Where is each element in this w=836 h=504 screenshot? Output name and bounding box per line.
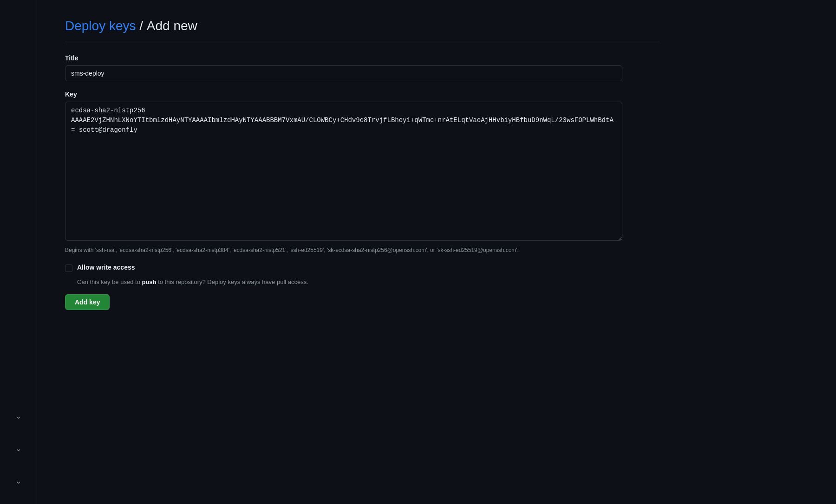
- key-hint: Begins with 'ssh-rsa', 'ecdsa-sha2-nistp…: [65, 246, 622, 254]
- header-divider: [65, 41, 660, 41]
- sidebar-chevron-3[interactable]: ⌄: [9, 472, 28, 490]
- title-rest: Add new: [147, 19, 197, 33]
- sidebar-chevron-1[interactable]: ⌄: [9, 407, 28, 425]
- sidebar: ⌄ ⌄ ⌄: [0, 0, 37, 504]
- sidebar-chevron-2[interactable]: ⌄: [9, 439, 28, 458]
- chevron-down-icon-1: ⌄: [15, 412, 21, 420]
- key-textarea[interactable]: <span class="spell-check-underline">ecds…: [65, 102, 622, 241]
- chevron-down-icon-3: ⌄: [15, 477, 21, 485]
- write-access-group: Allow write access Can this key be used …: [65, 264, 660, 287]
- main-content: Deploy keys / Add new Title Key <span cl…: [37, 0, 687, 329]
- write-access-description: Can this key be used to push to this rep…: [77, 278, 660, 287]
- title-input[interactable]: [65, 65, 622, 81]
- page-header: Deploy keys / Add new: [65, 19, 660, 41]
- write-access-desc-prefix: Can this key be used to: [77, 278, 142, 285]
- title-label: Title: [65, 54, 660, 62]
- deploy-keys-link[interactable]: Deploy keys: [65, 19, 136, 33]
- key-field-group: Key <span class="spell-check-underline">…: [65, 90, 660, 254]
- write-access-checkbox[interactable]: [65, 265, 72, 272]
- chevron-down-icon-2: ⌄: [15, 444, 21, 453]
- write-access-desc-suffix: to this repository? Deploy keys always h…: [157, 278, 308, 285]
- title-separator: /: [139, 19, 147, 33]
- write-access-checkbox-row: Allow write access: [65, 264, 660, 272]
- page-title: Deploy keys / Add new: [65, 19, 660, 33]
- add-key-button[interactable]: Add key: [65, 294, 110, 310]
- write-access-desc-bold: push: [142, 278, 156, 285]
- title-field-group: Title: [65, 54, 660, 81]
- write-access-label[interactable]: Allow write access: [77, 264, 135, 271]
- key-label: Key: [65, 90, 660, 98]
